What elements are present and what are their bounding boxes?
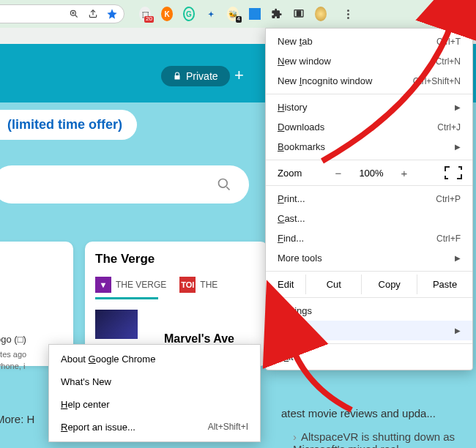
submenu-arrow-icon: ▶	[455, 254, 461, 262]
source-verge[interactable]: ▼ THE VERGE	[95, 277, 166, 293]
search-icon	[217, 177, 231, 192]
shortcut: Ctrl+P	[436, 194, 461, 204]
offer-pill[interactable]: (limited time offer)	[0, 110, 137, 140]
ext-icon-1[interactable]: ⬚20	[139, 8, 151, 20]
copy-button[interactable]: Copy	[361, 275, 417, 294]
separator	[266, 297, 472, 298]
private-label: Private	[186, 70, 218, 82]
toi-logo-icon: TOI	[179, 277, 196, 293]
menu-help[interactable]: Help▶	[266, 321, 472, 340]
menu-print[interactable]: Print...Ctrl+P	[266, 189, 472, 209]
menu-cast[interactable]: Cast...	[266, 209, 472, 228]
submenu-arrow-icon: ▶	[455, 143, 461, 151]
shortcut: Ctrl+J	[437, 122, 461, 132]
active-tab-underline	[95, 297, 158, 299]
menu-downloads[interactable]: DownloadsCtrl+J	[266, 117, 472, 137]
device-icon[interactable]	[293, 8, 305, 20]
zoom-value: 100%	[355, 168, 387, 179]
profile-avatar-icon[interactable]	[315, 8, 327, 20]
separator	[266, 343, 472, 344]
menu-exit[interactable]: Exit	[266, 347, 472, 367]
page-search-bar[interactable]	[0, 165, 249, 204]
more-label[interactable]: More: H	[0, 413, 34, 425]
zoom-icon[interactable]	[68, 8, 80, 20]
submenu-arrow-icon: ▶	[455, 103, 461, 111]
svg-line-1	[75, 15, 78, 18]
extensions-row: ⬚20 K G ✦ 🐝4	[139, 6, 356, 22]
ext-icon-k[interactable]: K	[161, 8, 173, 20]
shortcut: Alt+Shift+I	[208, 422, 248, 433]
submenu-help-center[interactable]: Help center	[49, 393, 260, 416]
paste-button[interactable]: Paste	[417, 275, 472, 294]
shortcut: Ctrl+N	[436, 56, 461, 67]
lock-icon	[173, 72, 182, 81]
menu-history[interactable]: History▶	[266, 97, 472, 117]
menu-edit-row: Edit Cut Copy Paste	[266, 275, 472, 294]
chrome-menu: New tabCtrl+T New windowCtrl+N New Incog…	[265, 28, 473, 370]
svg-rect-5	[297, 11, 300, 16]
menu-incognito[interactable]: New Incognito windowCtrl+Shift+N	[266, 71, 472, 91]
source-toi[interactable]: TOI THE	[179, 277, 217, 293]
submenu-whats-new[interactable]: What's New	[49, 370, 260, 393]
chrome-menu-button[interactable]	[340, 6, 356, 22]
badge: 20	[144, 16, 154, 23]
verge-logo-icon: ▼	[95, 277, 111, 293]
private-pill[interactable]: Private	[161, 66, 230, 86]
help-submenu: About Google Chrome What's New Help cent…	[48, 344, 261, 442]
text-fragment: ogo (□)	[0, 334, 26, 345]
source-label: THE VERGE	[116, 280, 166, 290]
menu-find[interactable]: Find...Ctrl+F	[266, 228, 472, 248]
text-fragment: utes ago	[0, 350, 26, 359]
ext-icon-5[interactable]: 🐝4	[227, 8, 239, 20]
submenu-arrow-icon: ▶	[455, 326, 461, 335]
edit-label: Edit	[266, 275, 305, 294]
bookmark-star-icon[interactable]	[106, 8, 118, 20]
ext-icon-sq[interactable]	[249, 8, 261, 20]
article-thumb[interactable]	[95, 310, 138, 339]
menu-zoom-row: Zoom − 100% +	[266, 163, 472, 182]
source-label: THE	[200, 280, 217, 290]
separator	[266, 94, 472, 94]
browser-toolbar: ⬚20 K G ✦ 🐝4	[0, 0, 476, 28]
extensions-puzzle-icon[interactable]	[271, 8, 283, 20]
zoom-label: Zoom	[278, 168, 321, 179]
card-title: The Verge	[95, 252, 258, 266]
zoom-in-button[interactable]: +	[395, 167, 414, 179]
svg-point-6	[219, 179, 228, 188]
badge: 4	[236, 16, 242, 23]
shortcut: Ctrl+F	[436, 234, 461, 244]
plus-icon[interactable]: +	[234, 66, 244, 85]
text-fragment: Phone, i	[0, 362, 25, 370]
separator	[266, 185, 472, 186]
separator	[266, 271, 472, 272]
share-icon[interactable]	[87, 8, 99, 20]
menu-new-window[interactable]: New windowCtrl+N	[266, 51, 472, 71]
submenu-about-chrome[interactable]: About Google Chrome	[49, 348, 260, 370]
snippet-text: AltspaceVR is shutting down as Microsoft…	[293, 430, 455, 448]
zoom-out-button[interactable]: −	[329, 167, 348, 179]
menu-more-tools[interactable]: More tools▶	[266, 248, 472, 268]
snippet[interactable]: atest movie reviews and upda...	[281, 407, 436, 419]
menu-settings[interactable]: Settings	[266, 301, 472, 321]
menu-new-tab[interactable]: New tabCtrl+T	[266, 31, 472, 51]
ext-icon-plus[interactable]: ✦	[205, 8, 217, 20]
chevron-right-icon: ›	[293, 430, 297, 443]
address-bar[interactable]	[0, 4, 124, 23]
ext-icon-g[interactable]: G	[183, 8, 195, 20]
menu-bookmarks[interactable]: Bookmarks▶	[266, 137, 472, 157]
cut-button[interactable]: Cut	[305, 275, 361, 294]
snippet[interactable]: ›AltspaceVR is shutting down as Microsof…	[293, 430, 476, 448]
submenu-report-issue[interactable]: Report an issue...Alt+Shift+I	[49, 416, 260, 438]
shortcut: Ctrl+T	[436, 37, 461, 47]
fullscreen-icon[interactable]	[445, 166, 462, 179]
separator	[266, 160, 472, 160]
svg-line-7	[226, 187, 229, 190]
shortcut: Ctrl+Shift+N	[413, 76, 461, 86]
